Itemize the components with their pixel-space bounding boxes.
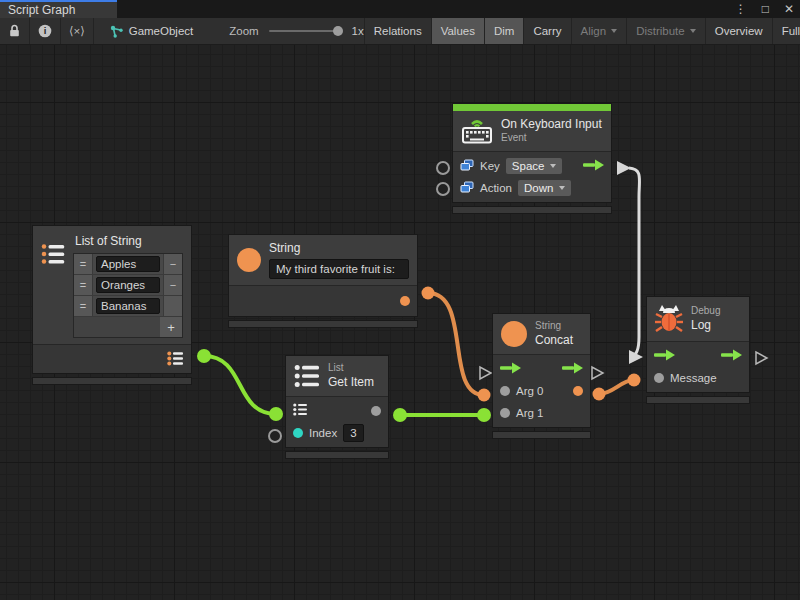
remove-item-button[interactable] <box>163 296 182 316</box>
flow-in-port[interactable] <box>654 349 675 363</box>
keyboard-action-port[interactable] <box>437 183 449 195</box>
overview-label: Overview <box>715 25 763 37</box>
node-on-keyboard-input[interactable]: On Keyboard Input Event Key Space <box>452 103 612 214</box>
index-label: Index <box>309 427 337 439</box>
relations-label: Relations <box>374 25 422 37</box>
keyboard-key-port[interactable] <box>437 162 449 174</box>
node-category: List <box>328 362 374 375</box>
node-title: String <box>269 241 409 256</box>
node-debug-log[interactable]: Debug Log <box>646 296 750 404</box>
relations-button[interactable]: Relations <box>365 18 432 44</box>
drag-handle[interactable]: = <box>74 254 93 274</box>
drag-handle[interactable]: = <box>74 275 93 295</box>
arg0-in-port[interactable] <box>500 386 510 396</box>
values-toggle[interactable]: Values <box>432 18 485 44</box>
node-title: Concat <box>535 333 573 348</box>
event-accent-bar <box>453 104 611 111</box>
node-string-literal[interactable]: String My third favorite fruit is: <box>228 234 418 328</box>
close-icon[interactable]: ✕ <box>784 0 794 18</box>
node-footer <box>452 206 612 214</box>
list-in-port[interactable] <box>293 403 308 418</box>
chevron-down-icon <box>550 164 556 168</box>
list-item-input[interactable]: Oranges <box>96 277 160 293</box>
window-controls: ⋮ □ ✕ <box>735 0 794 18</box>
node-get-item[interactable]: List Get Item I <box>285 355 389 459</box>
key-dropdown[interactable]: Space <box>506 158 563 174</box>
list-item-row: = Bananas <box>74 296 182 317</box>
zoom-label: Zoom <box>229 25 258 37</box>
result-wire <box>599 380 634 394</box>
concat-result-port[interactable] <box>593 388 606 401</box>
toolbar-mid-segment: GameObject Zoom 1x <box>94 18 365 44</box>
string-value-input[interactable]: My third favorite fruit is: <box>269 259 409 279</box>
string-out-port[interactable] <box>400 296 410 306</box>
get-item-list-input-port[interactable] <box>269 407 283 421</box>
string-output-port[interactable] <box>422 287 435 300</box>
flow-arrow-icon <box>500 362 521 374</box>
string-list-editor: = Apples − = Oranges − = Bananas <box>73 253 183 338</box>
index-port[interactable] <box>269 430 281 442</box>
overview-button[interactable]: Overview <box>706 18 773 44</box>
list-icon <box>294 363 320 389</box>
flow-in-port[interactable] <box>500 362 521 376</box>
flow-out-port[interactable] <box>721 349 742 363</box>
node-list-of-string[interactable]: List of String = Apples − = Oranges − <box>32 225 192 385</box>
control-wire-end-arrow <box>629 350 643 364</box>
flow-out-port[interactable] <box>562 362 583 376</box>
node-title: Get Item <box>328 375 374 390</box>
action-dropdown[interactable]: Down <box>518 180 571 196</box>
concat-arg0-input-port[interactable] <box>478 389 491 402</box>
concat-flow-in-marker <box>480 367 491 379</box>
flow-arrow-icon <box>654 349 675 361</box>
node-subtitle: Event <box>501 132 602 145</box>
full-screen-button[interactable]: Full Screen <box>773 18 800 44</box>
info-button[interactable]: i <box>30 18 61 44</box>
drag-handle[interactable]: = <box>74 296 93 316</box>
distribute-dropdown[interactable]: Distribute <box>627 18 706 44</box>
string-wire <box>428 293 484 395</box>
remove-item-button[interactable]: − <box>163 275 182 295</box>
item-out-port[interactable] <box>371 406 381 416</box>
control-wire-start-arrow <box>617 161 631 175</box>
lock-button[interactable] <box>0 18 30 44</box>
node-footer <box>492 431 591 439</box>
dim-toggle[interactable]: Dim <box>485 18 524 44</box>
info-icon: i <box>38 24 52 38</box>
maximize-icon[interactable]: □ <box>762 0 769 18</box>
message-in-port[interactable] <box>654 373 664 383</box>
window-tab-bar: Script Graph ⋮ □ ✕ <box>0 0 800 18</box>
full-screen-label: Full Screen <box>782 25 800 37</box>
zoom-slider-knob[interactable] <box>333 26 343 36</box>
zoom-slider[interactable] <box>269 30 342 32</box>
graph-canvas[interactable]: On Keyboard Input Event Key Space <box>0 45 800 600</box>
arg1-in-port[interactable] <box>500 408 510 418</box>
list-output-port[interactable] <box>197 349 211 363</box>
action-label: Action <box>480 182 512 194</box>
list-item-input[interactable]: Bananas <box>96 298 160 314</box>
remove-item-button[interactable]: − <box>163 254 182 274</box>
concat-arg1-input-port[interactable] <box>477 408 491 422</box>
arg0-row: Arg 0 <box>493 380 590 402</box>
trigger-out-port[interactable] <box>583 159 604 173</box>
node-title: Log <box>691 318 720 333</box>
graph-target[interactable]: GameObject <box>110 25 194 38</box>
add-item-button[interactable]: + <box>160 317 182 337</box>
node-footer <box>285 451 389 459</box>
node-category: Debug <box>691 305 720 318</box>
list-item-input[interactable]: Apples <box>96 256 160 272</box>
node-concat[interactable]: String Concat <box>492 313 591 439</box>
index-in-port[interactable] <box>293 428 303 438</box>
carry-toggle[interactable]: Carry <box>524 18 571 44</box>
kebab-menu-icon[interactable]: ⋮ <box>735 0 747 18</box>
bug-icon <box>655 303 683 335</box>
list-out-port[interactable] <box>167 351 184 368</box>
get-item-output-port[interactable] <box>393 408 407 422</box>
tab-script-graph[interactable]: Script Graph <box>0 0 117 18</box>
code-view-button[interactable]: ⟨×⟩ <box>61 18 94 44</box>
result-out-port[interactable] <box>573 386 583 396</box>
align-dropdown[interactable]: Align <box>572 18 628 44</box>
index-input[interactable]: 3 <box>343 424 363 442</box>
log-message-wire-end[interactable] <box>628 374 641 387</box>
list-item-row: = Oranges − <box>74 275 182 296</box>
lock-icon <box>8 24 21 38</box>
